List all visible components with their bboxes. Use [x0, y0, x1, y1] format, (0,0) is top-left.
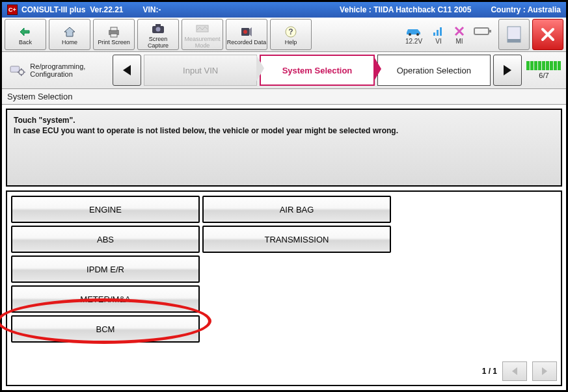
- home-button[interactable]: Home: [49, 19, 90, 50]
- svg-rect-5: [156, 24, 161, 27]
- sheet-icon: [506, 25, 522, 44]
- help-button[interactable]: ? Help: [270, 19, 312, 50]
- app-window: C+ CONSULT-III plus Ver.22.21 VIN:- Vehi…: [0, 0, 568, 392]
- camera-icon: [151, 21, 165, 36]
- title-bar: C+ CONSULT-III plus Ver.22.21 VIN:- Vehi…: [2, 2, 566, 18]
- system-engine[interactable]: ENGINE: [11, 196, 200, 223]
- svg-point-8: [243, 30, 247, 34]
- mi-indicator: MI: [454, 25, 465, 45]
- capture-button[interactable]: Screen Capture: [137, 19, 179, 50]
- system-meter[interactable]: METER/M&A: [11, 285, 200, 313]
- voltage-indicator: 12.2V: [405, 25, 423, 45]
- system-transmission[interactable]: TRANSMISSION: [202, 226, 391, 253]
- svg-rect-1: [111, 27, 117, 31]
- prev-step-button[interactable]: [113, 55, 141, 86]
- right-triangle-icon: [502, 64, 513, 77]
- home-icon: [63, 25, 76, 39]
- app-icon: C+: [7, 5, 18, 15]
- sheet-button[interactable]: [498, 19, 530, 50]
- pagination-row: 1 / 1: [11, 361, 557, 381]
- signal-icon: [432, 25, 445, 38]
- x-icon: [454, 25, 465, 38]
- country-label: Country : Australia: [491, 5, 561, 14]
- printer-icon: [107, 25, 121, 39]
- system-grid: ENGINE AIR BAG ABS TRANSMISSION IPDM E/R…: [11, 196, 557, 343]
- mode-label: Re/programming, Configuration: [5, 55, 110, 86]
- instruction-line1: Touch "system".: [14, 115, 554, 125]
- status-area: 12.2V VI MI: [314, 19, 496, 50]
- battery-icon: [474, 25, 492, 38]
- car-icon: [405, 25, 423, 38]
- progress-bar: [526, 61, 561, 70]
- svg-rect-14: [437, 30, 439, 36]
- measurement-button[interactable]: Measurement Mode: [182, 19, 223, 50]
- recorded-button[interactable]: Recorded Data: [226, 19, 267, 50]
- config-icon: [8, 61, 26, 79]
- measurement-icon: [195, 21, 210, 36]
- content-area: Touch "system". In case ECU you want to …: [2, 105, 566, 390]
- svg-text:?: ?: [288, 27, 293, 36]
- section-title: System Selection: [2, 89, 566, 105]
- system-bcm[interactable]: BCM: [11, 315, 200, 343]
- app-name: CONSULT-III plus Ver.22.21: [21, 5, 124, 14]
- progress-indicator: 6/7: [524, 55, 563, 86]
- step-system-selection[interactable]: System Selection: [260, 55, 374, 86]
- system-grid-panel: ENGINE AIR BAG ABS TRANSMISSION IPDM E/R…: [6, 190, 562, 386]
- svg-point-4: [156, 27, 161, 32]
- system-ipdm[interactable]: IPDM E/R: [11, 255, 200, 283]
- svg-point-12: [416, 33, 419, 36]
- close-icon: [539, 26, 556, 43]
- svg-rect-19: [507, 39, 521, 42]
- battery-indicator: [474, 25, 492, 45]
- vin-label: VIN:-: [143, 5, 161, 14]
- svg-rect-2: [111, 34, 117, 37]
- print-button[interactable]: Print Screen: [93, 19, 135, 50]
- system-airbag[interactable]: AIR BAG: [202, 196, 391, 223]
- instruction-box: Touch "system". In case ECU you want to …: [6, 109, 562, 187]
- help-icon: ?: [285, 25, 297, 39]
- system-abs[interactable]: ABS: [11, 226, 200, 253]
- svg-point-11: [409, 33, 411, 36]
- back-icon: [19, 25, 32, 39]
- left-triangle-icon: [121, 64, 133, 77]
- recorded-icon: [239, 25, 254, 39]
- instruction-line2: In case ECU you want to operate is not l…: [14, 125, 554, 136]
- right-arrow-icon: [540, 366, 549, 376]
- close-button[interactable]: [532, 19, 563, 50]
- svg-rect-15: [440, 27, 442, 36]
- main-toolbar: Back Home Print Screen Screen Capture Me…: [2, 18, 566, 52]
- vehicle-label: Vehicle : TIIDA Hatchback C11 2005: [340, 5, 471, 14]
- page-indicator: 1 / 1: [482, 367, 497, 376]
- vi-indicator: VI: [432, 25, 445, 45]
- svg-rect-16: [474, 28, 489, 34]
- svg-rect-20: [10, 66, 20, 72]
- back-button[interactable]: Back: [5, 19, 46, 50]
- svg-rect-17: [489, 30, 491, 33]
- breadcrumb-row: Re/programming, Configuration Input VIN …: [2, 52, 566, 89]
- left-arrow-icon: [510, 366, 519, 376]
- page-prev-button[interactable]: [502, 361, 527, 381]
- next-step-button[interactable]: [493, 55, 522, 86]
- step-operation-selection[interactable]: Operation Selection: [377, 55, 491, 86]
- step-input-vin[interactable]: Input VIN: [144, 55, 257, 86]
- page-next-button[interactable]: [532, 361, 557, 381]
- svg-rect-13: [433, 33, 435, 36]
- svg-point-21: [19, 70, 24, 75]
